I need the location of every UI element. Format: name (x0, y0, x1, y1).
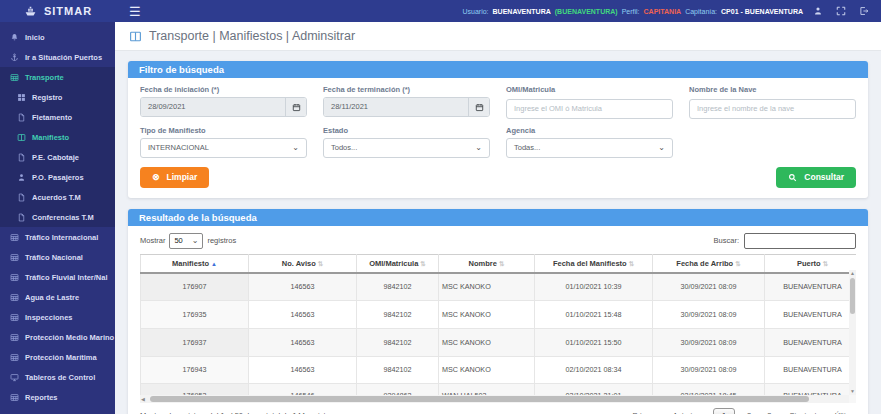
records-summary: Mostrando registros del 1 al 50 de un to… (140, 411, 336, 414)
sidebar-item-tr-fico-fluvial-inter-nal[interactable]: Tráfico Fluvial Inter/Nal (0, 267, 115, 287)
column-header-nombre[interactable]: Nombre⇅ (439, 254, 535, 273)
sidebar-item-p-e-cabotaje[interactable]: P.E. Cabotaje (0, 147, 115, 167)
sort-icon: ⇅ (823, 260, 828, 267)
sidebar-item-label: Registro (32, 93, 62, 102)
sidebar-item-label: Agua de Lastre (25, 293, 79, 302)
table-row: 1769351465639842102MSC KANOKO01/10/2021 … (141, 301, 857, 329)
pagination-page-3[interactable]: 3 (763, 409, 775, 414)
menu-toggle-icon[interactable]: ☰ (129, 5, 141, 18)
cell-omi: 9842102 (357, 273, 439, 301)
search-table-label: Buscar: (714, 236, 739, 245)
sidebar-item-fletamento[interactable]: Fletamento (0, 107, 115, 127)
table-icon (10, 293, 19, 302)
logout-icon[interactable] (859, 6, 869, 16)
cell-aviso: 146563 (249, 356, 357, 384)
sidebar-item-label: Inspecciones (25, 313, 73, 322)
clear-button[interactable]: ⊗ Limpiar (140, 167, 209, 188)
sidebar-item-inicio[interactable]: Inicio (0, 27, 115, 47)
horizontal-scrollbar[interactable]: ◀ (140, 395, 849, 403)
pagination-last[interactable]: Último (835, 411, 856, 414)
pagination-first[interactable]: Primero (632, 411, 658, 414)
horizontal-scroll-thumb[interactable] (150, 396, 809, 402)
sidebar-item-agua-de-lastre[interactable]: Agua de Lastre (0, 287, 115, 307)
sidebar-item-tableros-de-control[interactable]: Tableros de Control (0, 367, 115, 387)
sort-icon: ⇅ (735, 260, 740, 267)
agency-select[interactable]: Todas... ⌄ (506, 138, 673, 158)
cell-aviso: 146563 (249, 273, 357, 301)
omi-input[interactable] (506, 99, 673, 119)
results-card-header: Resultado de la búsqueda (128, 209, 868, 226)
start-date-field[interactable]: 28/09/2021 (140, 97, 307, 117)
sidebar-item-manifiesto[interactable]: Manifiesto (0, 127, 115, 147)
table-icon (10, 273, 19, 282)
fullscreen-icon[interactable] (836, 6, 846, 16)
column-header-puerto[interactable]: Puerto⇅ (765, 254, 857, 273)
table-search-input[interactable] (744, 233, 856, 249)
registros-label: registros (207, 236, 236, 245)
sidebar-item-reportes[interactable]: Reportes (0, 387, 115, 407)
filter-card-header: Filtro de búsqueda (128, 61, 868, 78)
vertical-scroll-thumb[interactable] (850, 278, 855, 314)
sidebar-item-label: Manifiesto (32, 133, 69, 142)
user-icon[interactable] (813, 6, 823, 16)
sidebar-item-protecci-n-medio-marino[interactable]: Protección Medio Marino (0, 327, 115, 347)
cell-aviso: 146563 (249, 328, 357, 356)
ship-name-input[interactable] (689, 99, 856, 119)
sidebar-item-registro[interactable]: Registro (0, 87, 115, 107)
manifest-type-select[interactable]: INTERNACIONAL ⌄ (140, 138, 307, 158)
end-date-calendar-button[interactable] (468, 98, 489, 116)
page-title-bar: Transporte | Manifiestos | Adminsitrar (115, 22, 881, 51)
table-icon (10, 353, 19, 362)
status-select[interactable]: Todos... ⌄ (323, 138, 490, 158)
app-logo[interactable]: SITMAR (0, 5, 115, 18)
end-date-value[interactable]: 28/11/2021 (324, 98, 468, 116)
cell-fecha-manifiesto: 01/10/2021 15:50 (535, 328, 653, 356)
pagination-prev[interactable]: Anterior (673, 411, 699, 414)
scroll-left-icon[interactable]: ◀ (141, 395, 145, 403)
ship-icon (23, 5, 38, 18)
person-icon (17, 173, 26, 182)
sidebar-item-label: Protección Medio Marino (25, 333, 114, 342)
clear-icon: ⊗ (152, 172, 160, 182)
pagination-next[interactable]: Siguiente (789, 411, 820, 414)
sidebar-item-ir-a-situaci-n-puertos[interactable]: Ir a Situación Puertos (0, 47, 115, 67)
file-icon (17, 153, 26, 162)
chevron-down-icon: ⌄ (658, 144, 665, 152)
vertical-scrollbar[interactable]: ▲ ▼ (849, 270, 856, 395)
file-icon (17, 213, 26, 222)
scroll-up-icon[interactable]: ▲ (849, 270, 856, 277)
sidebar-item-label: Protección Marítima (25, 353, 97, 362)
sidebar-item-label: Tráfico Internacional (25, 233, 98, 242)
start-date-value[interactable]: 28/09/2021 (141, 98, 285, 116)
sidebar-item-p-o-pasajeros[interactable]: P.O. Pasajeros (0, 167, 115, 187)
pagination-page-2[interactable]: 2 (743, 409, 755, 414)
sidebar-item-protecci-n-mar-tima[interactable]: Protección Marítima (0, 347, 115, 367)
table-icon (10, 333, 19, 342)
captaincy-value: CP01 - BUENAVENTURA (721, 8, 803, 15)
cell-nombre: MSC KANOKO (439, 328, 535, 356)
sidebar-item-inspecciones[interactable]: Inspecciones (0, 307, 115, 327)
sidebar-item-transporte[interactable]: Transporte (0, 67, 115, 87)
pagination-page-1[interactable]: 1 (713, 408, 735, 414)
column-header-omi-matricula[interactable]: OMI/Matricula⇅ (357, 254, 439, 273)
end-date-field[interactable]: 28/11/2021 (323, 97, 490, 117)
sidebar-item-label: Reportes (25, 393, 58, 402)
sidebar-item-label: Fletamento (32, 113, 72, 122)
scroll-down-icon[interactable]: ▼ (849, 388, 856, 395)
search-button[interactable]: Consultar (776, 167, 856, 188)
column-header-fecha-de-arribo[interactable]: Fecha de Arribo⇅ (653, 254, 765, 273)
column-header-manifiesto[interactable]: Manifiesto▲ (141, 254, 249, 273)
table-icon (10, 393, 19, 402)
sidebar-item-tr-fico-internacional[interactable]: Tráfico Internacional (0, 227, 115, 247)
sidebar-item-conferencias-t-m[interactable]: Conferencias T.M (0, 207, 115, 227)
page-size-select[interactable]: 50 ⌄ (169, 233, 203, 249)
column-header-fecha-del-manifiesto[interactable]: Fecha del Manifiesto⇅ (535, 254, 653, 273)
sidebar-item-tr-fico-nacional[interactable]: Tráfico Nacional (0, 247, 115, 267)
sidebar-item-acuerdos-t-m[interactable]: Acuerdos T.M (0, 187, 115, 207)
table-icon (10, 73, 19, 82)
file-icon (17, 193, 26, 202)
column-header-no-aviso[interactable]: No. Aviso⇅ (249, 254, 357, 273)
start-date-calendar-button[interactable] (285, 98, 306, 116)
manifest-type-value: INTERNACIONAL (148, 143, 209, 152)
sidebar-item-label: P.O. Pasajeros (32, 173, 84, 182)
